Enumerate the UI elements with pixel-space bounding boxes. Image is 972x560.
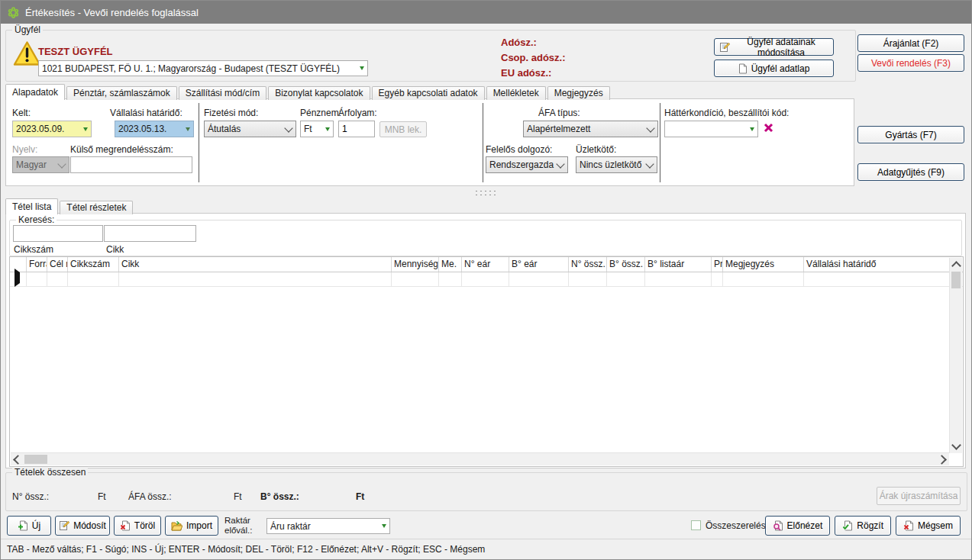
customer-address-select[interactable]: 1021 BUDAPEST, FŐ U. 1.; Magyarország - … [38, 60, 368, 76]
recalculate-prices-button[interactable]: Árak újraszámítása [877, 487, 961, 505]
vertical-scroll-thumb[interactable] [951, 272, 961, 288]
search-groupbox: Keresés: Cikkszám Cikk [9, 220, 962, 256]
customer-order-button[interactable]: Vevői rendelés (F3) [857, 54, 964, 72]
col-megjegyzes[interactable]: Megjegyzés [723, 257, 804, 272]
dropdown-arrow-icon [325, 127, 330, 131]
row-selector-cell [10, 272, 27, 286]
totals-group-label: Tételek összesen [12, 467, 88, 478]
clear-x-icon[interactable] [764, 123, 773, 133]
currency-select[interactable]: Ft [300, 121, 334, 137]
payment-method-select[interactable]: Átutalás [204, 121, 296, 137]
search-group-label: Keresés: [16, 214, 57, 225]
mnb-query-button[interactable]: MNB lek. [379, 121, 427, 137]
horizontal-scroll-thumb[interactable] [24, 455, 47, 464]
tab-alapadatok[interactable]: Alapadatok [5, 84, 65, 100]
chevron-down-icon [556, 159, 564, 168]
separator [199, 103, 199, 182]
vat-total-currency: Ft [234, 491, 242, 502]
dropdown-arrow-icon [750, 127, 754, 131]
window-title: Értékesítés - Vevői rendelés foglalással [25, 7, 199, 18]
customer-datasheet-button[interactable]: Ügyfél adatlap [714, 60, 834, 77]
tab-mellekletek[interactable]: Mellékletek [486, 86, 546, 100]
col-netto-osszesen[interactable]: N° össz. [569, 257, 607, 272]
assembly-checkbox-label: Összeszerelés [706, 520, 766, 531]
tab-szallitasi-mod-cim[interactable]: Szállítási mód/cím [179, 86, 266, 100]
col-pn[interactable]: Pn. [712, 257, 723, 272]
tab-penztar-szamlaszamok[interactable]: Pénztár, számlaszámok [66, 86, 177, 100]
gross-total-label: B° össz.: [260, 491, 299, 502]
deadline-date-picker[interactable]: 2023.05.13. [115, 121, 194, 137]
tab-megjegyzes[interactable]: Megjegyzés [547, 86, 610, 100]
gross-total-currency: Ft [356, 491, 364, 502]
table-row[interactable] [10, 272, 963, 287]
assembly-checkbox[interactable] [691, 520, 701, 530]
sales-agent-label: Üzletkötő: [576, 144, 616, 155]
cancel-button[interactable]: Mégsem [896, 516, 961, 536]
item-list-panel: Keresés: Cikkszám Cikk Forrás Cél rak Ci… [5, 213, 966, 468]
splitter-handle[interactable] [474, 189, 499, 196]
chevron-down-icon [284, 124, 292, 132]
import-button[interactable]: Import [165, 516, 218, 536]
delete-document-x-icon [120, 520, 131, 531]
col-vallalasi-hatarido[interactable]: Vállalási határidő [804, 257, 949, 272]
delete-item-button[interactable]: Töröl [114, 516, 161, 536]
separator [483, 103, 483, 182]
cancel-document-x-icon [903, 520, 914, 531]
commit-buttons: Előnézet Rögzít Mégsem [765, 516, 961, 536]
external-order-input[interactable] [70, 156, 192, 173]
save-check-icon [842, 520, 853, 531]
col-cel-raktar[interactable]: Cél rak [47, 257, 68, 272]
vertical-scrollbar[interactable] [949, 258, 962, 453]
col-brutto-osszesen[interactable]: B° össz. [607, 257, 645, 272]
modify-item-button[interactable]: Módosít [55, 516, 110, 536]
language-select: Magyar [12, 156, 69, 173]
responsible-employee-label: Felelős dolgozó: [486, 144, 552, 155]
save-button[interactable]: Rögzít [835, 516, 891, 536]
app-flower-icon [8, 7, 19, 18]
current-row-marker-icon [15, 269, 20, 287]
tax-number-label: Adósz.: [501, 37, 537, 48]
preview-button[interactable]: Előnézet [765, 516, 831, 536]
col-mennyiseg[interactable]: Mennyiség [392, 257, 439, 272]
quote-button[interactable]: Árajánlat (F2) [857, 34, 964, 52]
kelt-date-picker[interactable]: 2023.05.09. [12, 121, 92, 137]
search-cikkszam-input[interactable] [13, 225, 103, 242]
customer-groupbox: Ügyfél TESZT ÜGYFÉL 1021 BUDAPEST, FŐ U.… [5, 30, 856, 82]
responsible-employee-select[interactable]: Rendszergazda Ge [486, 156, 568, 173]
col-brutto-listaar[interactable]: B° listaár [645, 257, 712, 272]
import-folder-icon [171, 521, 182, 531]
col-cikkszam[interactable]: Cikkszám [68, 257, 119, 272]
background-condition-label: Háttérkondíció, beszállítói kód: [664, 108, 789, 118]
scroll-left-icon[interactable] [13, 455, 23, 465]
scroll-down-icon[interactable] [951, 440, 961, 450]
col-cikk[interactable]: Cikk [119, 257, 392, 272]
tab-bizonylat-kapcsolatok[interactable]: Bizonylat kapcsolatok [268, 86, 370, 100]
chevron-down-icon [57, 159, 66, 168]
group-tax-number-label: Csop. adósz.: [501, 52, 566, 63]
warehouse-select[interactable]: Áru raktár [266, 518, 390, 534]
scroll-up-icon[interactable] [951, 261, 961, 271]
col-forras[interactable]: Forrás [27, 257, 47, 272]
sales-agent-select[interactable]: Nincs üzletkötő [576, 156, 657, 173]
exchange-rate-input[interactable] [338, 121, 375, 137]
tab-tetel-lista[interactable]: Tétel lista [5, 198, 58, 214]
col-me[interactable]: Me. [439, 257, 462, 272]
tab-tetel-reszletek[interactable]: Tétel részletek [60, 201, 133, 214]
tab-egyeb-kapcsolati-adatok[interactable]: Egyéb kapcsolati adatok [372, 86, 485, 100]
chevron-down-icon [645, 159, 654, 168]
scroll-right-icon[interactable] [937, 455, 947, 465]
customer-modify-button[interactable]: Ügyfél adatainak módosítása [714, 38, 834, 56]
col-brutto-egysegar[interactable]: B° eár [509, 257, 569, 272]
search-cikk-input[interactable] [104, 225, 196, 242]
vat-type-select[interactable]: Alapértelmezett [523, 121, 658, 137]
data-collection-button[interactable]: Adatgyűjtés (F9) [857, 163, 964, 181]
production-button[interactable]: Gyártás (F7) [857, 126, 964, 143]
edit-note-icon [719, 42, 730, 53]
item-table: Forrás Cél rak Cikkszám Cikk Mennyiség M… [9, 256, 964, 467]
col-netto-egysegar[interactable]: N° eár [462, 257, 509, 272]
kelt-label: Kelt: [12, 108, 31, 118]
horizontal-scrollbar[interactable] [11, 452, 949, 465]
new-item-button[interactable]: Új [7, 516, 51, 536]
separator [660, 103, 660, 182]
background-condition-select[interactable] [664, 121, 758, 137]
